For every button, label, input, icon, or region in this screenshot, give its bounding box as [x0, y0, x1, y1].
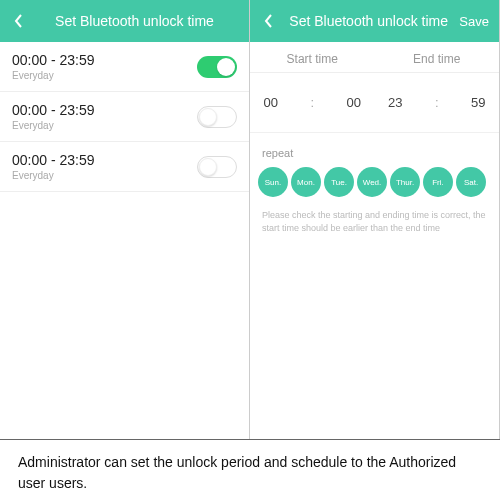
- repeat-label: Everyday: [12, 70, 197, 81]
- day-mon[interactable]: Mon.: [291, 167, 321, 197]
- repeat-section-label: repeat: [250, 133, 499, 167]
- repeat-label: Everyday: [12, 120, 197, 131]
- screen-edit: Set Bluetooth unlock time Save Start tim…: [250, 0, 500, 439]
- enable-toggle[interactable]: [197, 56, 237, 78]
- hint-text: Please check the starting and ending tim…: [250, 197, 499, 246]
- time-range: 00:00 - 23:59: [12, 102, 197, 118]
- toggle-knob: [199, 108, 217, 126]
- row-text: 00:00 - 23:59 Everyday: [12, 102, 197, 131]
- picker-header: Start time End time: [250, 42, 499, 73]
- row-text: 00:00 - 23:59 Everyday: [12, 152, 197, 181]
- day-sun[interactable]: Sun.: [258, 167, 288, 197]
- toggle-knob: [217, 58, 235, 76]
- end-time-picker[interactable]: 23 : 59: [375, 95, 500, 110]
- toggle-knob: [199, 158, 217, 176]
- screen-list: Set Bluetooth unlock time 00:00 - 23:59 …: [0, 0, 250, 439]
- day-sat[interactable]: Sat.: [456, 167, 486, 197]
- screens-container: Set Bluetooth unlock time 00:00 - 23:59 …: [0, 0, 500, 440]
- header-left: Set Bluetooth unlock time: [0, 0, 249, 42]
- start-minute[interactable]: 00: [333, 95, 375, 110]
- page-title: Set Bluetooth unlock time: [28, 13, 241, 29]
- back-button[interactable]: [8, 13, 28, 29]
- colon-icon: :: [416, 95, 458, 110]
- enable-toggle[interactable]: [197, 106, 237, 128]
- time-picker: 00 : 00 23 : 59: [250, 73, 499, 133]
- page-title: Set Bluetooth unlock time: [278, 13, 459, 29]
- time-range: 00:00 - 23:59: [12, 152, 197, 168]
- start-time-label: Start time: [250, 52, 375, 66]
- row-text: 00:00 - 23:59 Everyday: [12, 52, 197, 81]
- time-slot-row[interactable]: 00:00 - 23:59 Everyday: [0, 42, 249, 92]
- day-wed[interactable]: Wed.: [357, 167, 387, 197]
- day-fri[interactable]: Fri.: [423, 167, 453, 197]
- time-slot-row[interactable]: 00:00 - 23:59 Everyday: [0, 142, 249, 192]
- end-time-label: End time: [375, 52, 500, 66]
- header-right: Set Bluetooth unlock time Save: [250, 0, 499, 42]
- caption-text: Administrator can set the unlock period …: [0, 440, 500, 500]
- start-time-picker[interactable]: 00 : 00: [250, 95, 375, 110]
- time-slot-list: 00:00 - 23:59 Everyday 00:00 - 23:59 Eve…: [0, 42, 249, 192]
- end-minute[interactable]: 59: [458, 95, 500, 110]
- colon-icon: :: [292, 95, 334, 110]
- chevron-left-icon: [13, 13, 23, 29]
- time-slot-row[interactable]: 00:00 - 23:59 Everyday: [0, 92, 249, 142]
- start-hour[interactable]: 00: [250, 95, 292, 110]
- enable-toggle[interactable]: [197, 156, 237, 178]
- day-selector: Sun. Mon. Tue. Wed. Thur. Fri. Sat.: [250, 167, 499, 197]
- save-button[interactable]: Save: [459, 14, 491, 29]
- chevron-left-icon: [263, 13, 273, 29]
- back-button[interactable]: [258, 13, 278, 29]
- time-range: 00:00 - 23:59: [12, 52, 197, 68]
- repeat-label: Everyday: [12, 170, 197, 181]
- end-hour[interactable]: 23: [375, 95, 417, 110]
- day-thu[interactable]: Thur.: [390, 167, 420, 197]
- day-tue[interactable]: Tue.: [324, 167, 354, 197]
